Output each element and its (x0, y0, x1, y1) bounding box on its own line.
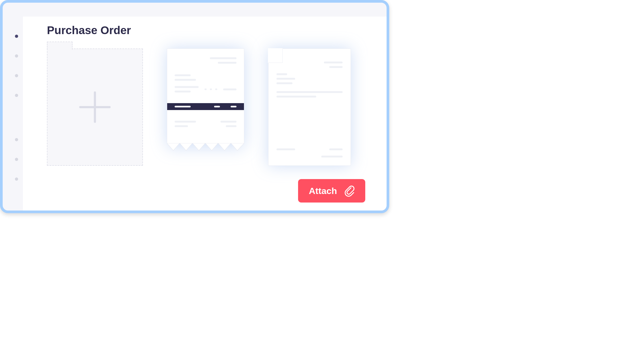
plus-icon (78, 90, 112, 124)
receipt-teeth-icon (167, 143, 244, 152)
step-dot-4[interactable] (15, 94, 18, 97)
page-title: Purchase Order (47, 24, 372, 37)
receipt-icon (167, 48, 244, 143)
attach-button[interactable]: Attach (298, 179, 365, 203)
step-dot-2[interactable] (15, 54, 18, 58)
step-dot-5[interactable] (15, 138, 18, 141)
add-document-tab (47, 42, 73, 50)
step-dot-6[interactable] (15, 158, 18, 161)
attach-button-label: Attach (309, 186, 337, 196)
document-tile[interactable] (268, 48, 351, 166)
document-icon (268, 48, 351, 166)
step-dot-gap (15, 114, 18, 122)
step-dot-7[interactable] (15, 177, 18, 181)
step-dots (15, 35, 18, 181)
step-dot-3[interactable] (15, 74, 18, 77)
paperclip-icon (344, 185, 355, 197)
step-dot-1[interactable] (15, 35, 18, 38)
receipt-tile[interactable] (167, 48, 244, 152)
app-frame: Purchase Order (0, 0, 389, 213)
content-panel: Purchase Order (23, 17, 387, 211)
document-tiles (47, 48, 372, 166)
add-document-tile[interactable] (47, 48, 143, 166)
